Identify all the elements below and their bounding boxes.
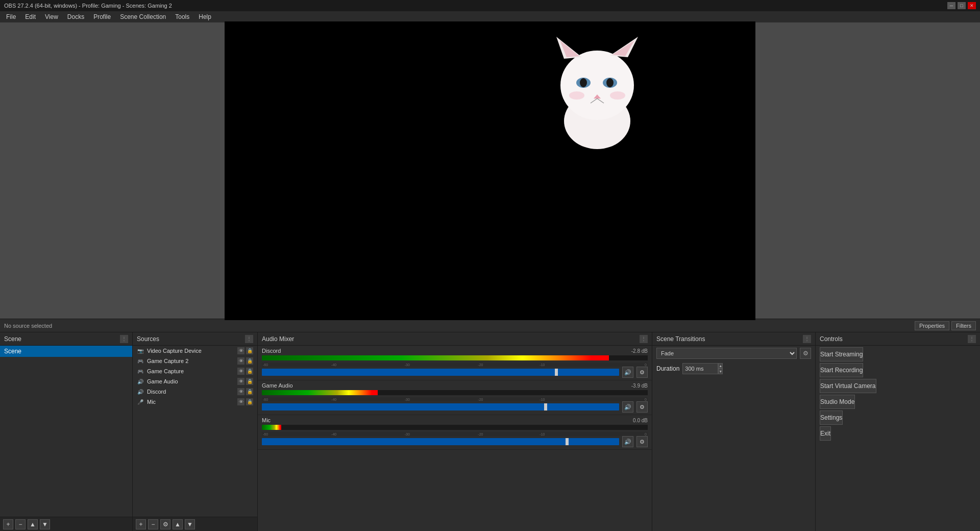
scene-remove-button[interactable]: − <box>15 519 26 529</box>
scenes-panel-header: Scene ⋮ <box>0 332 132 346</box>
discord-settings-button[interactable]: ⚙ <box>636 367 648 378</box>
transition-gear-button[interactable]: ⚙ <box>800 348 811 359</box>
scene-add-button[interactable]: + <box>3 519 13 529</box>
transition-down-arrow[interactable]: ▼ <box>718 369 723 374</box>
source-eye-button-4[interactable]: 👁 <box>237 378 244 385</box>
window-controls: ─ □ ✕ <box>947 2 976 9</box>
bottom-panels: Scene ⋮ Scene + − ▲ ▼ Sources ⋮ <box>0 332 980 531</box>
controls-panel-actions: ⋮ <box>968 335 976 343</box>
exit-button[interactable]: Exit <box>820 426 831 441</box>
menu-item-file[interactable]: File <box>2 12 20 21</box>
discord-channel-name: Discord <box>262 348 281 354</box>
transition-type-select[interactable]: Fade <box>656 348 797 359</box>
sources-panel-config[interactable]: ⋮ <box>245 335 253 343</box>
source-eye-button-6[interactable]: 👁 <box>237 398 244 405</box>
restore-button[interactable]: □ <box>958 2 966 9</box>
game-audio-mute-button[interactable]: 🔊 <box>622 401 633 413</box>
discord-mute-button[interactable]: 🔊 <box>622 367 633 378</box>
game-capture2-icon: 🎮 <box>137 357 144 365</box>
transitions-panel-config[interactable]: ⋮ <box>803 335 811 343</box>
discord-icon: 🔊 <box>137 388 144 395</box>
start-streaming-button[interactable]: Start Streaming <box>820 347 863 361</box>
window-title: OBS 27.2.4 (64-bit, windows) - Profile: … <box>4 3 172 9</box>
start-virtual-camera-button[interactable]: Start Virtual Camera <box>820 379 876 393</box>
discord-db-value: -2.8 dB <box>631 348 648 354</box>
transition-duration-input[interactable] <box>682 363 718 374</box>
controls-panel-title: Controls <box>820 335 843 343</box>
scene-up-button[interactable]: ▲ <box>28 519 38 529</box>
mic-settings-button[interactable]: ⚙ <box>636 436 648 447</box>
source-lock-button-6[interactable]: 🔒 <box>246 398 253 405</box>
scene-down-button[interactable]: ▼ <box>40 519 50 529</box>
filters-button[interactable]: Filters <box>951 321 976 330</box>
mic-mute-button[interactable]: 🔊 <box>622 436 633 447</box>
mic-tick-row: -60 -40 -30 -20 -10 0 <box>262 432 648 436</box>
source-item-game-capture2[interactable]: 🎮 Game Capture 2 👁 🔒 <box>133 356 257 366</box>
audio-panel-actions: ⋮ <box>640 335 648 343</box>
source-name-game-capture: Game Capture <box>147 368 184 374</box>
source-item-video-capture[interactable]: 📷 Video Capture Device 👁 🔒 <box>133 346 257 356</box>
source-up-button[interactable]: ▲ <box>173 519 183 529</box>
mic-fader-thumb <box>566 438 569 445</box>
controls-content: Start Streaming Start Recording Start Vi… <box>816 346 980 531</box>
source-eye-button-3[interactable]: 👁 <box>237 368 244 375</box>
menu-item-help[interactable]: Help <box>194 12 215 21</box>
transition-up-arrow[interactable]: ▲ <box>718 363 723 369</box>
close-button[interactable]: ✕ <box>968 2 976 9</box>
source-lock-button-5[interactable]: 🔒 <box>246 388 253 395</box>
source-lock-button-2[interactable]: 🔒 <box>246 357 253 365</box>
audio-panel-config[interactable]: ⋮ <box>640 335 648 343</box>
game-audio-meter-bg <box>262 390 648 395</box>
source-eye-button[interactable]: 👁 <box>237 347 244 354</box>
scenes-panel-config[interactable]: ⋮ <box>120 335 128 343</box>
mic-icon: 🎤 <box>137 398 144 405</box>
source-eye-button-2[interactable]: 👁 <box>237 357 244 365</box>
source-item-game-audio[interactable]: 🔊 Game Audio 👁 🔒 <box>133 376 257 387</box>
settings-button[interactable]: Settings <box>820 411 843 425</box>
minimize-button[interactable]: ─ <box>947 2 955 9</box>
source-lock-button-4[interactable]: 🔒 <box>246 378 253 385</box>
source-item-discord[interactable]: 🔊 Discord 👁 🔒 <box>133 387 257 397</box>
source-lock-button[interactable]: 🔒 <box>246 347 253 354</box>
source-item-mic[interactable]: 🎤 Mic 👁 🔒 <box>133 397 257 407</box>
menu-item-tools[interactable]: Tools <box>171 12 193 21</box>
properties-button[interactable]: Properties <box>915 321 949 330</box>
source-eye-button-5[interactable]: 👁 <box>237 388 244 395</box>
scene-item-gaming[interactable]: Scene <box>0 346 132 357</box>
discord-fader[interactable] <box>262 369 619 376</box>
sources-panel-header: Sources ⋮ <box>133 332 257 346</box>
menu-item-profile[interactable]: Profile <box>89 12 115 21</box>
source-settings-button[interactable]: ⚙ <box>160 519 170 529</box>
source-name-mic: Mic <box>147 399 156 405</box>
start-recording-button[interactable]: Start Recording <box>820 363 863 377</box>
menu-item-view[interactable]: View <box>41 12 62 21</box>
controls-panel-config[interactable]: ⋮ <box>968 335 976 343</box>
game-audio-icon: 🔊 <box>137 378 144 385</box>
source-add-button[interactable]: + <box>136 519 146 529</box>
source-lock-button-3[interactable]: 🔒 <box>246 368 253 375</box>
svg-point-14 <box>610 91 625 100</box>
source-name-video-capture: Video Capture Device <box>147 348 202 354</box>
audio-panel-header: Audio Mixer ⋮ <box>258 332 652 346</box>
audio-channels-list: Discord -2.8 dB -60 -40 -30 -20 -10 0 <box>258 346 652 531</box>
menu-item-scene-collection[interactable]: Scene Collection <box>116 12 170 21</box>
transition-arrows: ▲ ▼ <box>718 363 723 374</box>
transitions-panel-actions: ⋮ <box>803 335 811 343</box>
discord-fader-thumb <box>555 369 558 376</box>
menu-item-docks[interactable]: Docks <box>63 12 88 21</box>
mic-fader[interactable] <box>262 438 619 445</box>
studio-mode-button[interactable]: Studio Mode <box>820 395 855 409</box>
menu-item-edit[interactable]: Edit <box>21 12 40 21</box>
game-audio-fader[interactable] <box>262 403 619 411</box>
source-name-game-audio: Game Audio <box>147 378 178 384</box>
game-audio-settings-button[interactable]: ⚙ <box>636 401 648 413</box>
transitions-panel-header: Scene Transitions ⋮ <box>652 332 815 346</box>
source-remove-button[interactable]: − <box>148 519 158 529</box>
svg-point-1 <box>560 51 634 120</box>
sources-panel-actions: ⋮ <box>245 335 253 343</box>
source-item-game-capture[interactable]: 🎮 Game Capture 👁 🔒 <box>133 366 257 376</box>
source-down-button[interactable]: ▼ <box>185 519 195 529</box>
game-audio-db-value: -3.9 dB <box>631 383 648 389</box>
mic-channel-header: Mic 0.0 dB <box>262 417 648 423</box>
preview-canvas[interactable] <box>225 21 755 320</box>
